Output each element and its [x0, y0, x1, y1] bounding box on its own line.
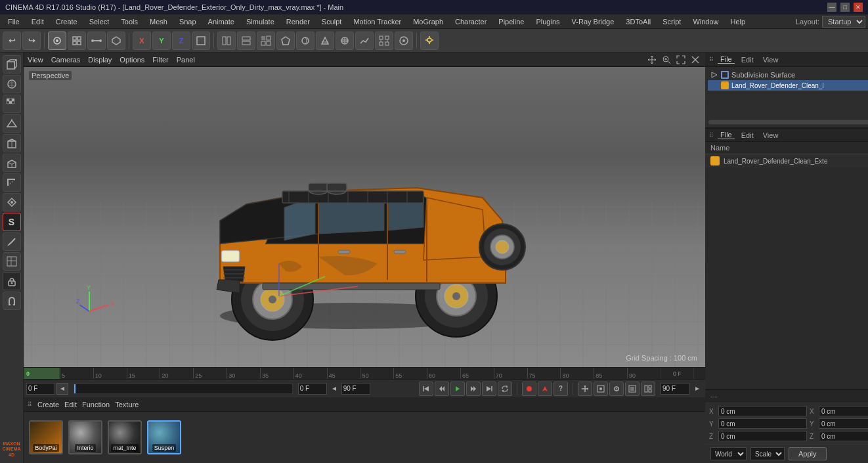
scale-tool-button[interactable]: Z	[172, 32, 190, 50]
coord-y-size[interactable]	[819, 418, 868, 429]
objects-tab-edit[interactable]: Edit	[739, 56, 756, 64]
material-mat-interior[interactable]: mat_Inte	[108, 420, 142, 454]
end-frame-arrow[interactable]	[692, 384, 703, 394]
vp-menu-view[interactable]: View	[28, 56, 43, 64]
goto-end-button[interactable]	[482, 382, 496, 396]
objects-tab-file[interactable]: File	[718, 55, 735, 64]
object-land-rover[interactable]: Land_Rover_Defender_Clean_Ext	[708, 80, 868, 91]
end-frame-display[interactable]	[341, 383, 370, 395]
attr-tab-view[interactable]: View	[760, 131, 781, 139]
menu-help[interactable]: Help	[726, 16, 751, 27]
coord-y-pos[interactable]	[718, 418, 807, 429]
mat-menu-edit[interactable]: Edit	[64, 401, 77, 408]
tool-lock[interactable]	[3, 272, 21, 290]
coord-x-size[interactable]	[819, 406, 868, 416]
redo-button[interactable]: ↪	[22, 32, 41, 50]
vp-icon-move[interactable]	[646, 54, 658, 66]
tool-keyframe[interactable]	[3, 193, 21, 211]
coord-x-pos[interactable]	[718, 406, 807, 416]
view-layout-button[interactable]	[641, 382, 655, 396]
tool-magnet[interactable]	[3, 292, 21, 310]
menu-3dtoall[interactable]: 3DToAll	[620, 16, 656, 27]
menu-script[interactable]: Script	[657, 16, 686, 27]
tool-grid[interactable]	[3, 252, 21, 271]
menu-select[interactable]: Select	[84, 16, 115, 27]
tool-sphere[interactable]	[3, 75, 21, 93]
objects-tab-view[interactable]: View	[760, 56, 781, 64]
prev-key-button[interactable]	[435, 382, 449, 396]
tool-spline-s[interactable]: S	[3, 213, 21, 231]
mat-menu-texture[interactable]: Texture	[115, 401, 139, 408]
coord-z-size[interactable]	[819, 431, 868, 441]
view-tool-7[interactable]	[336, 32, 354, 50]
next-key-button[interactable]	[466, 382, 481, 396]
view-tool-5[interactable]	[296, 32, 315, 50]
auto-key-button[interactable]	[538, 382, 552, 396]
rotate-tool-button[interactable]	[192, 32, 210, 50]
maximize-button[interactable]: □	[840, 3, 850, 12]
menu-mesh[interactable]: Mesh	[144, 16, 173, 27]
menu-character[interactable]: Character	[450, 16, 492, 27]
select-tool-button[interactable]: X	[133, 32, 151, 50]
layout-dropdown[interactable]: Startup	[822, 16, 865, 28]
menu-vray-bridge[interactable]: V-Ray Bridge	[567, 16, 620, 27]
close-button[interactable]: ✕	[854, 3, 863, 12]
mat-menu-create[interactable]: Create	[37, 401, 59, 408]
coord-world-select[interactable]: World Object	[710, 447, 747, 460]
view-tool-6[interactable]	[316, 32, 334, 50]
light-button[interactable]	[420, 32, 439, 50]
menu-mograph[interactable]: MoGraph	[408, 16, 448, 27]
menu-create[interactable]: Create	[51, 16, 83, 27]
menu-simulate[interactable]: Simulate	[241, 16, 280, 27]
vp-icon-close[interactable]	[689, 54, 701, 66]
play-button[interactable]	[450, 382, 465, 396]
vp-menu-cameras[interactable]: Cameras	[51, 56, 81, 64]
vp-menu-filter[interactable]: Filter	[152, 56, 168, 64]
attr-land-rover-item[interactable]: Land_Rover_Defender_Clean_Exte	[705, 154, 868, 167]
coord-z-pos[interactable]	[718, 431, 807, 441]
material-suspension[interactable]: Suspen	[147, 420, 181, 454]
goto-start-button[interactable]	[419, 382, 433, 396]
vp-icon-maximize[interactable]	[675, 54, 687, 66]
menu-window[interactable]: Window	[687, 16, 724, 27]
menu-plugins[interactable]: Plugins	[531, 16, 565, 27]
view-tool-3[interactable]	[257, 32, 275, 50]
point-mode-button[interactable]	[68, 32, 86, 50]
view-tool-1[interactable]	[217, 32, 236, 50]
timeline-scrubber[interactable]	[74, 384, 293, 394]
material-bodypaint[interactable]: BodyPai	[29, 420, 63, 454]
current-frame-input[interactable]	[26, 383, 55, 395]
model-mode-button[interactable]	[48, 32, 66, 50]
vp-menu-display[interactable]: Display	[88, 56, 112, 64]
edge-mode-button[interactable]	[87, 32, 106, 50]
attr-tab-edit[interactable]: Edit	[739, 131, 756, 139]
menu-file[interactable]: File	[3, 16, 25, 27]
menu-pipeline[interactable]: Pipeline	[493, 16, 529, 27]
tool-checkerboard[interactable]	[3, 95, 21, 113]
record-button[interactable]	[522, 382, 536, 396]
loop-button[interactable]	[498, 382, 512, 396]
object-subdivision[interactable]: Subdivision Surface	[708, 70, 868, 80]
total-end-frame-input[interactable]	[661, 383, 689, 395]
undo-button[interactable]: ↩	[3, 32, 21, 50]
view-tool-4[interactable]	[276, 32, 295, 50]
view-tool-10[interactable]	[395, 32, 413, 50]
view-tool-2[interactable]	[237, 32, 255, 50]
attr-tab-file[interactable]: File	[718, 131, 735, 139]
frame-arrow[interactable]	[328, 383, 340, 395]
poly-mode-button[interactable]	[107, 32, 125, 50]
move3d-button[interactable]	[578, 382, 592, 396]
minimize-button[interactable]: —	[827, 3, 836, 12]
mat-menu-function[interactable]: Function	[82, 401, 110, 408]
view-tool-9[interactable]	[375, 32, 393, 50]
start-frame-input[interactable]	[298, 383, 327, 395]
tool-angle[interactable]	[3, 173, 21, 192]
menu-snap[interactable]: Snap	[174, 16, 202, 27]
pivot-button[interactable]	[609, 382, 624, 396]
menu-render[interactable]: Render	[281, 16, 315, 27]
move-tool-button[interactable]: Y	[152, 32, 171, 50]
snap3d-button[interactable]	[594, 382, 608, 396]
menu-edit[interactable]: Edit	[26, 16, 49, 27]
key-help-button[interactable]: ?	[553, 382, 568, 396]
tool-light-left[interactable]	[3, 114, 21, 133]
